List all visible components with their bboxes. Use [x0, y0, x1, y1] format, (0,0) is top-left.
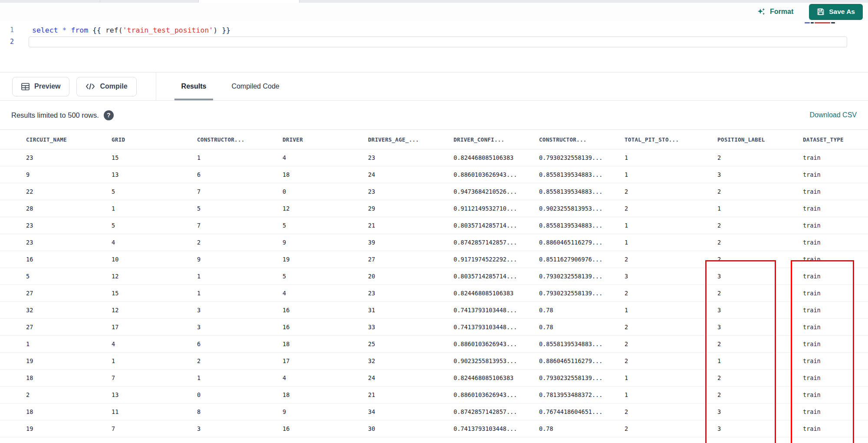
tab-compiled-code[interactable]: Compiled Code — [231, 73, 279, 100]
toolbar-divider — [156, 73, 156, 100]
table-cell: train — [803, 391, 868, 398]
table-cell: 4 — [283, 290, 368, 297]
table-cell: 19 — [26, 357, 112, 364]
code-icon — [85, 83, 95, 90]
table-cell: 2 — [625, 425, 717, 432]
table-cell: 7 — [112, 425, 197, 432]
table-cell: 0.8558139534883... — [539, 188, 625, 195]
table-cell: 0.7930232558139... — [539, 273, 625, 280]
table-cell: 0.7930232558139... — [539, 290, 625, 297]
table-cell: 1 — [197, 374, 283, 381]
table-cell: 27 — [26, 324, 112, 331]
table-cell: 23 — [26, 239, 112, 246]
editor-minimap[interactable] — [805, 22, 843, 23]
table-cell: train — [803, 374, 868, 381]
table-cell: 5 — [197, 205, 283, 212]
table-row: 271514230.8244680851063830.7930232558139… — [0, 285, 868, 302]
table-row: 281512290.9112149532710...0.902325581395… — [0, 200, 868, 217]
column-header-drivers-age: DRIVERS_AGE_... — [368, 136, 454, 143]
results-table: CIRCUIT_NAMEGRIDCONSTRUCTOR...DRIVERDRIV… — [0, 129, 868, 437]
tab-compiled-code-label: Compiled Code — [231, 83, 279, 90]
preview-label: Preview — [34, 83, 60, 90]
table-cell: 0.7930232558139... — [539, 374, 625, 381]
download-csv-link[interactable]: Download CSV — [810, 111, 857, 119]
format-button[interactable]: Format — [757, 7, 793, 17]
table-cell: 0.78 — [539, 307, 625, 314]
tab-results[interactable]: Results — [181, 73, 207, 100]
compile-button[interactable]: Compile — [76, 77, 136, 96]
table-cell: 18 — [283, 171, 368, 178]
code-line-2: 2 — [0, 36, 868, 48]
table-cell: 4 — [283, 154, 368, 161]
column-header-driver: DRIVER — [283, 136, 368, 143]
column-header-constructor: CONSTRUCTOR... — [539, 136, 625, 143]
table-cell: train — [803, 324, 868, 331]
table-cell: 1 — [625, 154, 717, 161]
minimap-mark — [815, 22, 830, 23]
table-cell: train — [803, 408, 868, 415]
table-cell: 19 — [283, 256, 368, 263]
table-cell: 12 — [283, 205, 368, 212]
table-cell: 3 — [717, 171, 803, 178]
table-cell: 0.8860465116279... — [539, 239, 625, 246]
table-cell: 12 — [112, 307, 197, 314]
table-cell: 2 — [717, 341, 803, 347]
save-as-button[interactable]: Save As — [809, 4, 863, 20]
table-cell: 0.78 — [539, 425, 625, 432]
table-row: 14618250.8860103626943...0.8558139534883… — [0, 336, 868, 353]
table-cell: train — [803, 205, 868, 212]
table-cell: 13 — [112, 171, 197, 178]
table-cell: 1 — [625, 307, 717, 314]
compile-label: Compile — [100, 83, 127, 90]
sql-token — [58, 26, 62, 34]
table-cell: 0.8035714285714... — [454, 222, 539, 229]
sql-token: }} — [222, 26, 230, 34]
table-cell: 15 — [112, 290, 197, 297]
sql-code-line: select * from {{ ref('train_test_positio… — [32, 24, 230, 36]
table-cell: 8 — [197, 408, 283, 415]
table-cell: train — [803, 222, 868, 229]
table-row: 197316300.7413793103448...0.7823train — [0, 420, 868, 437]
table-cell: 0.8742857142857... — [454, 239, 539, 246]
table-cell: 0.8860103626943... — [454, 171, 539, 178]
table-cell: 0.8558139534883... — [539, 171, 625, 178]
minimap-mark — [831, 22, 835, 23]
minimap-mark — [805, 22, 810, 23]
tab-results-label: Results — [181, 83, 207, 90]
table-cell: 2 — [625, 290, 717, 297]
table-cell: 2 — [717, 391, 803, 398]
column-header-grid: GRID — [112, 136, 197, 143]
sql-token: * — [62, 26, 67, 34]
table-cell: 3 — [197, 425, 283, 432]
table-grid-icon — [21, 83, 30, 90]
preview-button[interactable]: Preview — [12, 77, 69, 96]
sparkles-icon — [757, 7, 766, 17]
sql-editor[interactable]: 1 select * from {{ ref('train_test_posit… — [0, 21, 868, 72]
table-cell: 1 — [625, 391, 717, 398]
table-cell: 20 — [368, 273, 454, 280]
active-file-tab[interactable] — [198, 0, 299, 3]
table-cell: 3 — [717, 273, 803, 280]
table-cell: 9 — [26, 171, 112, 178]
table-cell: train — [803, 307, 868, 314]
column-header-total-pit-sto: TOTAL_PIT_STO... — [625, 136, 717, 143]
help-icon[interactable]: ? — [104, 110, 114, 120]
table-cell: 39 — [368, 239, 454, 246]
table-cell: 1 — [197, 273, 283, 280]
table-cell: 12 — [112, 273, 197, 280]
table-cell: 3 — [717, 307, 803, 314]
table-cell: 2 — [625, 205, 717, 212]
table-cell: 0.8860465116279... — [539, 357, 625, 364]
code-line-1: 1 select * from {{ ref('train_test_posit… — [0, 24, 868, 36]
table-cell: 0 — [197, 391, 283, 398]
table-cell: 23 — [368, 290, 454, 297]
table-cell: 5 — [112, 188, 197, 195]
table-cell: 9 — [283, 239, 368, 246]
table-row: 213018210.8860103626943...0.781395348837… — [0, 387, 868, 403]
table-cell: 17 — [283, 357, 368, 364]
results-info-bar: Results limited to 500 rows. ? Download … — [0, 101, 868, 129]
table-cell: 4 — [112, 239, 197, 246]
tab-separator — [100, 0, 100, 2]
sql-token: ref( — [105, 26, 123, 34]
table-cell: 7 — [197, 188, 283, 195]
